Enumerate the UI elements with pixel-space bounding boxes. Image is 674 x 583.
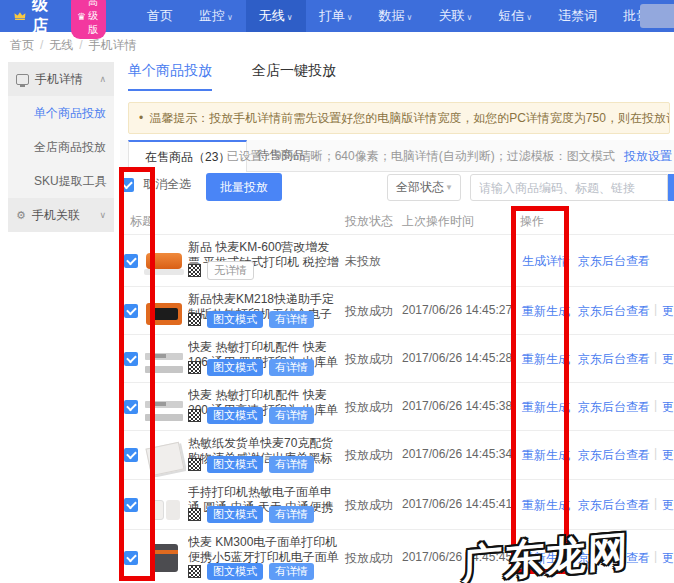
nav-user-box[interactable] — [640, 4, 674, 28]
tag-line: 图文模式有详情 — [188, 407, 314, 424]
product-thumbnail — [142, 243, 186, 281]
qr-code-icon[interactable] — [188, 565, 201, 578]
phone-detail-icon — [16, 74, 29, 85]
chevron-down-icon: ∨ — [407, 13, 413, 22]
chevron-up-icon: ∧ — [99, 74, 106, 84]
row-checkbox[interactable] — [124, 352, 138, 366]
separator: | — [654, 549, 657, 563]
tag-图文模式: 图文模式 — [207, 563, 263, 580]
breadcrumb-item[interactable]: 无线 — [49, 37, 73, 54]
batch-publish-button[interactable]: 批量投放 — [206, 173, 282, 201]
qr-code-icon[interactable] — [188, 508, 201, 521]
generate-detail-link[interactable]: 重新生成 — [522, 550, 570, 567]
nav-item-短信[interactable]: 短信∨ — [485, 0, 545, 32]
tag-line: 图文模式有详情 — [188, 456, 314, 473]
tag-图文模式: 图文模式 — [207, 311, 263, 328]
tag-有详情: 有详情 — [269, 311, 314, 328]
nav-item-违禁词[interactable]: 违禁词 — [545, 0, 610, 32]
sidebar-item-全店商品投放[interactable]: 全店商品投放 — [8, 130, 114, 164]
last-operation-time: 2017/06/26 14:45:41 — [402, 497, 512, 511]
chevron-down-icon: ∨ — [227, 13, 233, 22]
breadcrumb-separator: / — [40, 38, 43, 52]
status-filter-dropdown[interactable]: 全部状态 ▼ — [387, 174, 461, 201]
product-thumbnail — [142, 488, 186, 526]
settings-summary: 已设置：95%清晰；640像素；电脑详情(自动判断)；过滤模板：图文模式 投放设… — [227, 140, 672, 172]
chevron-down-icon: ∨ — [287, 13, 293, 22]
nav-item-监控[interactable]: 监控∨ — [186, 0, 246, 32]
separator: | — [654, 496, 657, 510]
search-input[interactable] — [470, 174, 668, 201]
gear-icon: ⚙ — [16, 209, 26, 222]
jd-backend-view-link[interactable]: 京东后台查看 — [578, 497, 650, 514]
more-dropdown-link[interactable]: 更多∨ — [662, 497, 674, 514]
product-title[interactable]: 快麦 KM300电子面单打印机便携小5蓝牙打印机电子面单热敏打印机 — [188, 535, 340, 565]
tag-line: 图文模式有详情 — [188, 563, 314, 580]
search-button[interactable] — [668, 174, 674, 201]
tag-图文模式: 图文模式 — [207, 359, 263, 376]
tag-有详情: 有详情 — [269, 563, 314, 580]
publish-settings-link[interactable]: 投放设置 — [624, 149, 672, 163]
nav-item-关联[interactable]: 关联∨ — [425, 0, 485, 32]
qr-code-icon[interactable] — [188, 313, 201, 326]
tag-无详情: 无详情 — [207, 261, 254, 280]
qr-code-icon[interactable] — [188, 264, 201, 277]
chevron-down-icon: ∨ — [347, 13, 353, 22]
row-checkbox[interactable] — [124, 498, 138, 512]
publish-status: 投放成功 — [345, 303, 393, 320]
generate-detail-link[interactable]: 重新生成 — [522, 447, 570, 464]
qr-code-icon[interactable] — [188, 458, 201, 471]
tag-line: 图文模式有详情 — [188, 359, 314, 376]
separator: | — [654, 446, 657, 460]
jd-backend-view-link[interactable]: 京东后台查看 — [578, 303, 650, 320]
jd-backend-view-link[interactable]: 京东后台查看 — [578, 447, 650, 464]
col-title: 标题 — [130, 213, 154, 230]
tag-图文模式: 图文模式 — [207, 456, 263, 473]
generate-detail-link[interactable]: 重新生成 — [522, 303, 570, 320]
notice-banner: • 温馨提示：投放手机详情前需先设置好您的电脑版详情宽度，如您的PC详情宽度为7… — [128, 102, 670, 134]
more-dropdown-link[interactable]: 更多∨ — [662, 351, 674, 368]
generate-detail-link[interactable]: 生成详情 — [522, 253, 570, 270]
main-tab-单个商品投放[interactable]: 单个商品投放 — [128, 62, 212, 91]
nav-item-无线[interactable]: 无线∨ — [246, 0, 306, 32]
more-dropdown-link[interactable]: 更多∨ — [662, 303, 674, 320]
sidebar-group-phone-detail[interactable]: 手机详情 ∧ — [8, 62, 114, 96]
product-thumbnail — [142, 391, 186, 429]
nav-item-首页[interactable]: 首页 — [134, 0, 186, 32]
generate-detail-link[interactable]: 重新生成 — [522, 351, 570, 368]
select-all-checkbox[interactable] — [120, 178, 134, 192]
more-dropdown-link[interactable]: 更多∨ — [662, 550, 674, 567]
sidebar-group-phone-relate[interactable]: ⚙ 手机关联 ∨ — [8, 198, 114, 232]
separator: | — [654, 350, 657, 364]
row-checkbox[interactable] — [124, 304, 138, 318]
jd-backend-view-link[interactable]: 京东后台查看 — [578, 399, 650, 416]
publish-status: 投放成功 — [345, 399, 393, 416]
breadcrumb-item[interactable]: 首页 — [10, 37, 34, 54]
generate-detail-link[interactable]: 重新生成 — [522, 497, 570, 514]
row-checkbox[interactable] — [124, 400, 138, 414]
generate-detail-link[interactable]: 重新生成 — [522, 399, 570, 416]
tag-有详情: 有详情 — [269, 506, 314, 523]
tag-有详情: 有详情 — [269, 456, 314, 473]
jd-backend-view-link[interactable]: 京东后台查看 — [578, 253, 650, 270]
row-checkbox[interactable] — [124, 551, 138, 565]
table-row: 新品 快麦KM-600营改增发票 平推式针式打印机 税控增值税票无详情未投放生成… — [120, 234, 674, 286]
tag-line: 图文模式有详情 — [188, 506, 314, 523]
sidebar-item-单个商品投放[interactable]: 单个商品投放 — [8, 96, 114, 130]
main-tab-全店一键投放[interactable]: 全店一键投放 — [252, 62, 336, 91]
jd-backend-view-link[interactable]: 京东后台查看 — [578, 351, 650, 368]
jd-backend-view-link[interactable]: 京东后台查看 — [578, 550, 650, 567]
row-checkbox[interactable] — [124, 254, 138, 268]
table-row: 快麦 热敏打印机配件 快麦106 通用 罗姆打印头 出库单图文模式有详情投放成功… — [120, 334, 674, 382]
row-checkbox[interactable] — [124, 448, 138, 462]
nav-item-数据[interactable]: 数据∨ — [366, 0, 426, 32]
chevron-down-icon: ∨ — [99, 210, 106, 220]
nav-item-打单[interactable]: 打单∨ — [306, 0, 366, 32]
tag-有详情: 有详情 — [269, 407, 314, 424]
more-dropdown-link[interactable]: 更多∨ — [662, 447, 674, 464]
sidebar-item-SKU提取工具[interactable]: SKU提取工具 — [8, 164, 114, 198]
chevron-down-icon: ∨ — [526, 13, 532, 22]
breadcrumb-separator: / — [79, 38, 82, 52]
qr-code-icon[interactable] — [188, 361, 201, 374]
more-dropdown-link[interactable]: 更多∨ — [662, 399, 674, 416]
qr-code-icon[interactable] — [188, 409, 201, 422]
